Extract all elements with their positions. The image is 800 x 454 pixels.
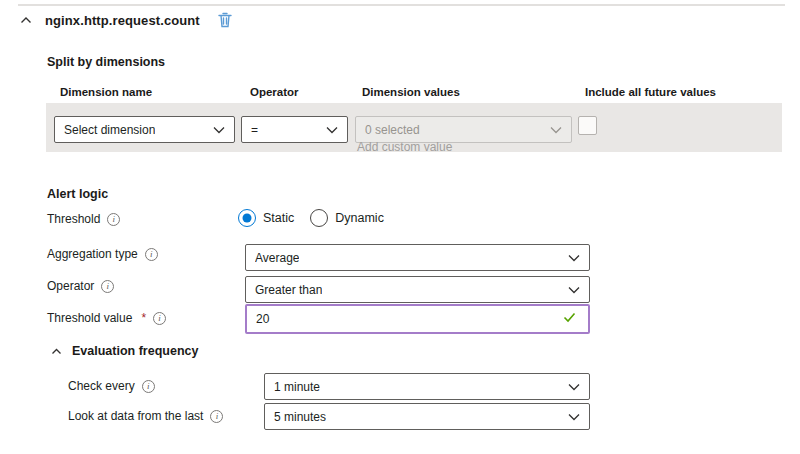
operator-dropdown[interactable]: Greater than (245, 276, 590, 303)
required-asterisk: * (141, 311, 146, 325)
aggregation-type-dropdown-value: Average (255, 251, 299, 265)
trash-icon[interactable] (218, 12, 232, 28)
split-by-dimensions-title: Split by dimensions (47, 55, 165, 69)
chevron-down-icon (568, 254, 580, 262)
chevron-up-icon[interactable] (20, 15, 32, 25)
info-icon[interactable] (145, 248, 158, 261)
threshold-radio-group: Static Dynamic (238, 209, 384, 227)
aggregation-type-label-row: Aggregation type (47, 247, 158, 261)
radio-selected-icon (238, 209, 256, 227)
dimension-name-dropdown-value: Select dimension (64, 123, 155, 137)
info-icon[interactable] (107, 213, 120, 226)
chevron-down-icon (213, 126, 225, 134)
dimension-values-dropdown-value: 0 selected (365, 123, 420, 137)
info-icon[interactable] (153, 312, 166, 325)
info-icon[interactable] (210, 410, 223, 423)
radio-dynamic-label: Dynamic (335, 211, 384, 225)
threshold-value-label: Threshold value (47, 311, 132, 325)
threshold-value-input[interactable] (245, 304, 590, 334)
aggregation-type-dropdown[interactable]: Average (245, 244, 590, 271)
dimension-operator-dropdown[interactable]: = (241, 116, 348, 143)
add-custom-value-link[interactable]: Add custom value (357, 140, 452, 154)
check-every-dropdown[interactable]: 1 minute (264, 373, 590, 400)
evaluation-frequency-title: Evaluation frequency (72, 344, 198, 358)
radio-static-label: Static (263, 211, 294, 225)
column-header-dimension-name: Dimension name (60, 86, 152, 98)
alert-condition-panel: nginx.http.request.count Split by dimens… (0, 0, 800, 454)
lookback-dropdown-value: 5 minutes (274, 410, 326, 424)
top-divider (18, 4, 785, 6)
dimension-name-dropdown[interactable]: Select dimension (54, 116, 235, 143)
dimension-operator-dropdown-value: = (251, 123, 258, 137)
column-header-dimension-values: Dimension values (362, 86, 460, 98)
info-icon[interactable] (142, 380, 155, 393)
metric-title: nginx.http.request.count (45, 13, 200, 28)
lookback-label: Look at data from the last (68, 409, 203, 423)
check-every-dropdown-value: 1 minute (274, 380, 320, 394)
chevron-down-icon (550, 126, 562, 134)
threshold-label: Threshold (47, 212, 100, 226)
checkmark-icon (563, 312, 576, 323)
include-all-future-values-checkbox[interactable] (578, 116, 597, 135)
aggregation-type-label: Aggregation type (47, 247, 138, 261)
column-header-operator: Operator (250, 86, 299, 98)
dimension-values-dropdown[interactable]: 0 selected (355, 116, 572, 143)
operator-label: Operator (47, 279, 94, 293)
alert-logic-title: Alert logic (47, 187, 108, 201)
metric-condition-header: nginx.http.request.count (20, 12, 232, 28)
chevron-up-icon[interactable] (51, 347, 62, 356)
operator-dropdown-value: Greater than (255, 283, 322, 297)
check-every-label-row: Check every (68, 379, 155, 393)
chevron-down-icon (326, 126, 338, 134)
operator-label-row: Operator (47, 279, 114, 293)
check-every-label: Check every (68, 379, 135, 393)
radio-option-dynamic[interactable]: Dynamic (310, 209, 384, 227)
lookback-dropdown[interactable]: 5 minutes (264, 403, 590, 430)
radio-option-static[interactable]: Static (238, 209, 294, 227)
column-header-include-all-future-values: Include all future values (585, 86, 716, 98)
chevron-down-icon (568, 413, 580, 421)
lookback-label-row: Look at data from the last (68, 409, 223, 423)
info-icon[interactable] (101, 280, 114, 293)
threshold-label-row: Threshold (47, 212, 120, 226)
chevron-down-icon (568, 383, 580, 391)
threshold-value-label-row: Threshold value * (47, 311, 166, 325)
chevron-down-icon (568, 286, 580, 294)
radio-unselected-icon (310, 209, 328, 227)
